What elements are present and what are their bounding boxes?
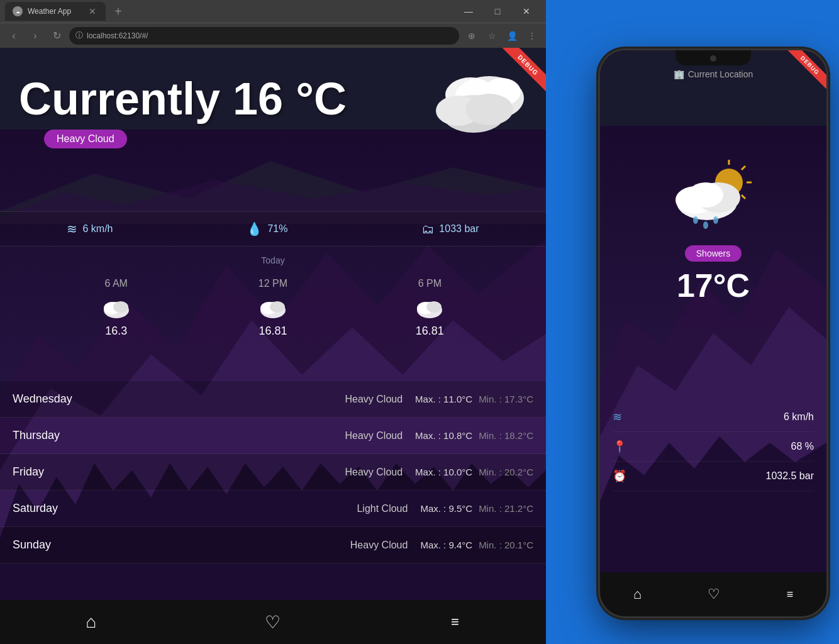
phone-pressure-stat: ⏰ 1032.5 bar (613, 462, 814, 491)
condition-3: Light Cloud (113, 503, 420, 514)
tab-close-button[interactable]: ✕ (87, 6, 98, 17)
day-1: Thursday (13, 429, 113, 442)
svg-point-16 (113, 301, 128, 313)
forward-button[interactable]: › (26, 27, 44, 45)
hourly-temp-2: 16.81 (416, 325, 444, 338)
favorites-nav-button[interactable]: ♡ (254, 603, 292, 641)
wind-icon: ≋ (67, 221, 77, 236)
min-3: Min. : 21.2°C (479, 503, 533, 514)
browser-toolbar: ‹ › ↻ ⓘ localhost:62130/#/ ⊕ ☆ 👤 ⋮ (0, 23, 546, 48)
svg-point-36 (693, 216, 698, 224)
daily-row-1: Thursday Heavy Cloud Max. : 10.8°C Min. … (0, 418, 546, 454)
min-0: Min. : 17.3°C (479, 394, 533, 404)
svg-text:☁: ☁ (16, 9, 20, 14)
phone-home-button[interactable]: ⌂ (633, 586, 642, 602)
menu-icon[interactable]: ⋮ (523, 27, 541, 45)
pressure-icon: 🗂 (421, 222, 434, 236)
day-3: Saturday (13, 502, 113, 515)
phone-weather-icon (669, 157, 757, 235)
humidity-value: 71% (267, 223, 287, 235)
hourly-item-2: 6 PM 16.81 (414, 278, 445, 338)
day-4: Sunday (13, 538, 113, 552)
condition-4: Heavy Cloud (113, 540, 420, 551)
browser-chrome: ☁ Weather App ✕ + — □ ✕ ‹ › ↻ ⓘ localhos… (0, 0, 546, 48)
minimize-button[interactable]: — (454, 2, 483, 21)
phone-stats: ≋ 6 km/h 📍 68 % ⏰ 1032.5 bar (600, 402, 826, 491)
address-text: localhost:62130/#/ (87, 31, 148, 40)
bottom-nav: ⌂ ♡ ≡ (0, 600, 546, 644)
hourly-items: 6 AM 16.3 12 PM 16.81 6 PM (0, 272, 546, 344)
phone-favorites-button[interactable]: ♡ (708, 586, 720, 602)
phone-humidity-stat: 📍 68 % (613, 432, 814, 462)
condition-0: Heavy Cloud (113, 394, 415, 405)
today-label: Today (0, 255, 546, 265)
svg-line-31 (742, 195, 745, 199)
debug-ribbon-container: DEBUG (496, 48, 546, 98)
pressure-stat: 🗂 1033 bar (421, 222, 479, 236)
phone-device: DEBUG 🏢 Current Location (600, 50, 826, 616)
max-1: Max. : 10.8°C (415, 430, 472, 441)
min-4: Min. : 20.1°C (479, 540, 533, 550)
pressure-value: 1033 bar (439, 223, 479, 235)
location-icon[interactable]: ⊕ (463, 27, 481, 45)
phone-bottom-nav: ⌂ ♡ ≡ (600, 572, 826, 616)
max-4: Max. : 9.4°C (420, 540, 472, 550)
profile-icon[interactable]: 👤 (503, 27, 521, 45)
hourly-section: Today 6 AM 16.3 12 PM 16.81 (0, 249, 546, 350)
daily-row-4: Sunday Heavy Cloud Max. : 9.4°C Min. : 2… (0, 527, 546, 564)
max-2: Max. : 10.0°C (415, 467, 472, 477)
stats-bar: ≋ 6 km/h 💧 71% 🗂 1033 bar (0, 211, 546, 247)
home-nav-button[interactable]: ⌂ (72, 603, 110, 641)
showers-icon (669, 157, 757, 233)
close-button[interactable]: ✕ (512, 2, 541, 21)
daily-row-0: Wednesday Heavy Cloud Max. : 11.0°C Min.… (0, 381, 546, 418)
tab-title: Weather App (28, 7, 82, 16)
maximize-button[interactable]: □ (483, 2, 512, 21)
hourly-cloud-icon-1 (257, 294, 289, 319)
hourly-temp-1: 16.81 (258, 325, 287, 338)
svg-point-37 (703, 221, 708, 229)
hourly-time-2: 6 PM (418, 278, 442, 289)
phone-location-label: Current Location (688, 69, 753, 79)
address-bar[interactable]: ⓘ localhost:62130/#/ (69, 27, 459, 45)
hourly-item-0: 6 AM 16.3 (101, 278, 132, 338)
phone-wind-value: 6 km/h (784, 411, 814, 423)
browser-tab[interactable]: ☁ Weather App ✕ (5, 2, 106, 21)
bookmark-icon[interactable]: ☆ (483, 27, 501, 45)
humidity-stat: 💧 71% (247, 221, 287, 236)
humidity-icon: 💧 (247, 221, 262, 236)
tab-favicon: ☁ (13, 6, 23, 16)
back-button[interactable]: ‹ (5, 27, 23, 45)
browser-titlebar: ☁ Weather App ✕ + — □ ✕ (0, 0, 546, 23)
phone-pressure-icon: ⏰ (613, 469, 626, 483)
min-1: Min. : 18.2°C (479, 430, 533, 441)
list-nav-button[interactable]: ≡ (436, 603, 474, 641)
svg-line-29 (742, 166, 745, 170)
refresh-button[interactable]: ↻ (48, 27, 65, 45)
hourly-cloud-icon-2 (414, 294, 445, 319)
svg-point-19 (270, 301, 285, 313)
phone-condition-badge: Showers (685, 245, 742, 262)
hourly-temp-0: 16.3 (105, 325, 127, 338)
phone-wind-stat: ≋ 6 km/h (613, 402, 814, 432)
max-3: Max. : 9.5°C (420, 503, 472, 514)
hourly-item-1: 12 PM 16.81 (257, 278, 289, 338)
phone-screen: DEBUG 🏢 Current Location (600, 50, 826, 616)
new-tab-button[interactable]: + (109, 4, 127, 19)
app-window: DEBUG Currently 16 °C Heavy Cloud ≋ 6 km… (0, 48, 546, 644)
wind-stat: ≋ 6 km/h (67, 221, 113, 236)
day-0: Wednesday (13, 392, 113, 406)
wind-value: 6 km/h (82, 223, 113, 235)
phone-temperature: 17°C (677, 267, 750, 304)
phone-list-button[interactable]: ≡ (787, 588, 794, 601)
svg-point-35 (688, 182, 723, 208)
phone-humidity-value: 68 % (791, 441, 814, 452)
window-controls: — □ ✕ (454, 2, 541, 21)
svg-point-38 (713, 216, 718, 224)
weather-header: Currently 16 °C Heavy Cloud (0, 48, 546, 161)
phone-camera (710, 55, 716, 62)
phone-humidity-icon: 📍 (613, 440, 626, 453)
day-2: Friday (13, 465, 113, 479)
location-icon: 🏢 (674, 69, 684, 79)
secure-icon: ⓘ (75, 30, 83, 41)
